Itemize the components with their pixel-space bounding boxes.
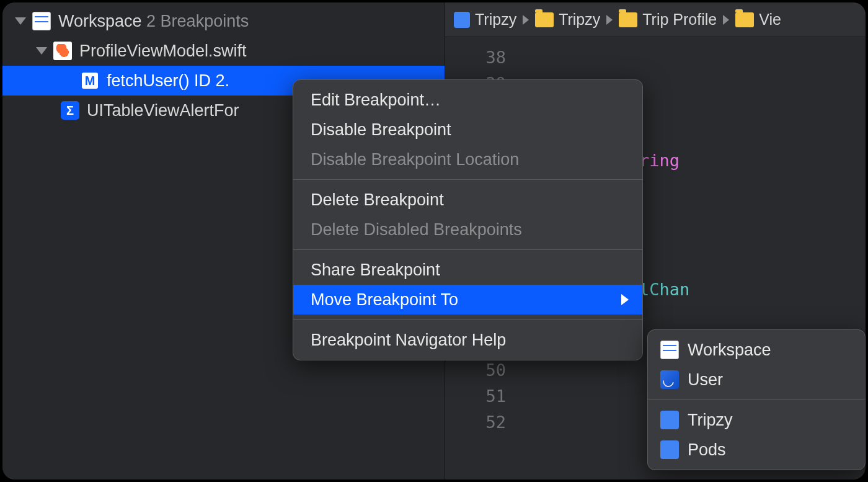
workspace-icon xyxy=(660,341,679,359)
move-breakpoint-submenu: Workspace User Tripzy Pods xyxy=(647,329,866,470)
chevron-icon xyxy=(723,15,729,25)
navigator-file[interactable]: ProfileViewModel.swift xyxy=(2,36,445,66)
chevron-icon xyxy=(523,15,529,25)
chevron-icon xyxy=(606,15,613,25)
crumb-folder-1[interactable]: Tripzy xyxy=(535,11,600,29)
menu-delete-disabled-breakpoints: Delete Disabled Breakpoints xyxy=(293,215,642,244)
menu-move-breakpoint-to[interactable]: Move Breakpoint To xyxy=(293,285,642,315)
breadcrumb-bar[interactable]: Tripzy Tripzy Trip Profile Vie xyxy=(445,2,866,37)
disclosure-icon[interactable] xyxy=(36,47,47,55)
menu-separator xyxy=(293,319,642,320)
swift-file-icon xyxy=(53,42,72,60)
menu-disable-breakpoint-location: Disable Breakpoint Location xyxy=(293,145,642,174)
menu-disable-breakpoint[interactable]: Disable Breakpoint xyxy=(293,115,642,145)
breakpoint-label: fetchUser() ID 2. xyxy=(107,71,229,91)
submenu-pods[interactable]: Pods xyxy=(648,435,865,465)
submenu-workspace[interactable]: Workspace xyxy=(648,335,865,365)
menu-edit-breakpoint[interactable]: Edit Breakpoint… xyxy=(293,85,642,115)
method-icon: M xyxy=(81,71,99,90)
file-label: ProfileViewModel.swift xyxy=(79,42,247,61)
folder-icon xyxy=(619,12,637,27)
workspace-label: Workspace xyxy=(58,12,142,31)
crumb-folder-3[interactable]: Vie xyxy=(735,11,781,29)
menu-breakpoint-navigator-help[interactable]: Breakpoint Navigator Help xyxy=(293,325,642,355)
menu-separator xyxy=(648,399,865,400)
project-icon xyxy=(660,411,679,429)
workspace-icon xyxy=(32,12,51,30)
user-icon xyxy=(660,370,679,389)
project-icon xyxy=(660,440,679,459)
disclosure-icon[interactable] xyxy=(15,17,26,25)
menu-share-breakpoint[interactable]: Share Breakpoint xyxy=(293,255,642,285)
submenu-user[interactable]: User xyxy=(648,365,865,395)
submenu-tripzy[interactable]: Tripzy xyxy=(648,405,865,435)
breakpoint-label: UITableViewAlertFor xyxy=(87,101,239,120)
crumb-folder-2[interactable]: Trip Profile xyxy=(619,11,717,29)
submenu-arrow-icon xyxy=(621,294,629,305)
navigator-root[interactable]: Workspace 2 Breakpoints xyxy=(2,6,445,36)
breakpoint-count: 2 Breakpoints xyxy=(146,12,249,31)
folder-icon xyxy=(535,12,554,27)
menu-separator xyxy=(293,249,642,250)
symbolic-breakpoint-icon: Σ xyxy=(61,101,79,120)
breakpoint-context-menu: Edit Breakpoint… Disable Breakpoint Disa… xyxy=(293,79,643,360)
menu-delete-breakpoint[interactable]: Delete Breakpoint xyxy=(293,185,642,215)
crumb-project[interactable]: Tripzy xyxy=(454,11,516,29)
folder-icon xyxy=(735,12,754,27)
menu-separator xyxy=(293,179,642,180)
project-icon xyxy=(454,12,470,28)
